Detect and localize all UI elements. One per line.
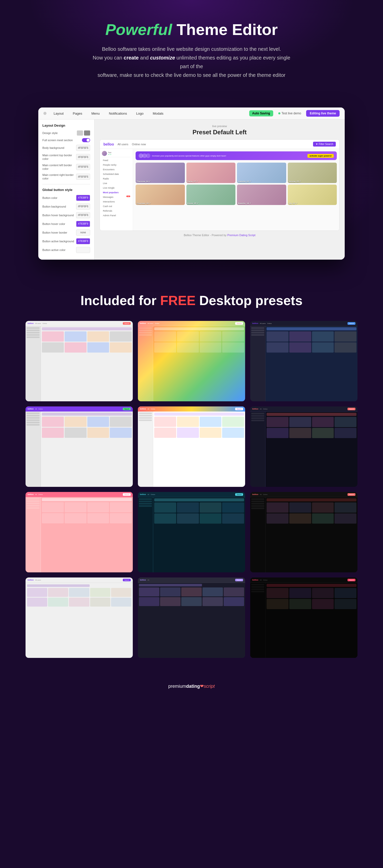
- app-card-7[interactable]: Babette, 18 ✓: [237, 185, 286, 205]
- sidebar-live[interactable]: Live: [102, 181, 131, 185]
- tab-modals[interactable]: Modals: [151, 111, 166, 116]
- app-card-1[interactable]: Theresia, 24 ✓: [136, 163, 185, 183]
- btn-active-color-swatch[interactable]: [76, 247, 90, 253]
- preset-card-1[interactable]: belloo All usersOnline Search: [26, 321, 133, 401]
- app-topbar: belloo All users Online now ▼ Filter Sea…: [100, 140, 339, 149]
- preset-card-2[interactable]: belloo All usersOnline Search: [138, 321, 245, 401]
- preview-label: live preview: [99, 125, 340, 128]
- btn-color-row: Button color #7838F9: [42, 195, 90, 201]
- preset-card-3[interactable]: belloo All usersOnline Search: [250, 321, 357, 401]
- preset-card-9[interactable]: belloo AllOnline Search: [250, 492, 357, 572]
- sidebar-radio[interactable]: Radio: [102, 177, 131, 181]
- preset-card-8[interactable]: belloo AllOnline Search: [138, 492, 245, 572]
- body-bg-swatch[interactable]: #F6F6F6: [76, 145, 90, 151]
- premium-dating-link[interactable]: Premium Dating Script: [227, 234, 255, 237]
- presets-section: Included for FREE Desktop presets belloo…: [0, 272, 383, 673]
- test-live-button[interactable]: Test live demo: [278, 112, 301, 115]
- btn-active-bg-label: Button active background: [42, 240, 76, 243]
- btn-active-bg-swatch[interactable]: #7838F9: [76, 238, 90, 244]
- promo-banner: Increase your popularity and access spec…: [136, 151, 337, 160]
- hero-title-italic: Powerful: [105, 21, 172, 38]
- design-style-option2[interactable]: [84, 130, 90, 135]
- tab-logo[interactable]: Logo: [134, 111, 146, 116]
- design-style-row: Design style: [42, 130, 90, 135]
- app-card-4[interactable]: Verena, 25 ✓: [288, 163, 337, 183]
- tab-pages[interactable]: Pages: [71, 111, 84, 116]
- app-nav-all[interactable]: All users: [117, 143, 128, 146]
- sidebar-interactions[interactable]: Interactions: [102, 199, 131, 204]
- full-screen-label: Full screen meet section: [42, 138, 82, 142]
- auto-saving-button[interactable]: Auto Saving: [249, 110, 273, 116]
- app-logo: belloo: [104, 142, 114, 146]
- user-info: Test● On: [108, 152, 111, 155]
- app-card-2[interactable]: Daria, 27 ✓: [186, 163, 236, 183]
- app-card-8[interactable]: Ida, 22 ✓: [288, 185, 337, 205]
- editor-wrapper: Layout Pages Menu Notifications Logo Mod…: [38, 107, 345, 260]
- sidebar-referrals[interactable]: Referrals: [102, 209, 131, 213]
- btn-active-color-row: Button active color: [42, 247, 90, 253]
- user-profile-row: Test● On: [102, 151, 131, 156]
- app-nav-online[interactable]: Online now: [132, 143, 146, 146]
- editor-section: Layout Pages Menu Notifications Logo Mod…: [0, 95, 383, 272]
- footer: premiumdating❤script: [0, 673, 383, 699]
- main-top-row: Main content top border color #F6F6F6: [42, 153, 90, 161]
- btn-hover-bg-swatch[interactable]: #F6F6F6: [76, 212, 90, 218]
- tab-menu[interactable]: Menu: [89, 111, 102, 116]
- preset-card-5[interactable]: belloo AllOnline Search: [138, 406, 245, 487]
- preset-card-11[interactable]: belloo All Search: [138, 578, 245, 658]
- tab-notifications[interactable]: Notifications: [107, 111, 129, 116]
- hero-title: Powerful Theme Editor: [51, 21, 332, 38]
- full-screen-toggle[interactable]: [82, 138, 90, 142]
- hero-section: Powerful Theme Editor Belloo software ta…: [0, 0, 383, 95]
- sidebar-messages[interactable]: Messages 99: [102, 195, 131, 199]
- body-bg-row: Body background #F6F6F6: [42, 145, 90, 151]
- preview-app: belloo All users Online now ▼ Filter Sea…: [99, 140, 340, 231]
- preset-card-4[interactable]: belloo AllOnline Search: [26, 406, 133, 487]
- preset-inner-1: belloo All usersOnline Search: [26, 321, 133, 401]
- main-right-swatch[interactable]: #F6F6F6: [76, 174, 90, 180]
- app-card-3[interactable]: Isabelle, 22 ✓: [237, 163, 286, 183]
- btn-color-label: Button color: [42, 196, 76, 199]
- btn-color-swatch[interactable]: #7838F9: [76, 195, 90, 201]
- app-filter-button[interactable]: ▼ Filter Search: [313, 142, 336, 147]
- sidebar-most-popular[interactable]: Most populars: [102, 190, 131, 194]
- app-main: Increase your popularity and access spec…: [133, 149, 339, 230]
- preset-card-7[interactable]: belloo AllOnline Search: [26, 492, 133, 572]
- test-dot: [278, 112, 281, 114]
- app-card-6[interactable]: Emmi, 25 ✓: [186, 185, 236, 205]
- sidebar-feed[interactable]: Feed: [102, 158, 131, 162]
- preset-card-6[interactable]: belloo AllOnline Search: [250, 406, 357, 487]
- btn-hover-border-swatch[interactable]: none: [76, 229, 90, 236]
- promo-activate-button[interactable]: activate super powers!: [307, 154, 334, 158]
- sidebar-people[interactable]: People nerby: [102, 163, 131, 167]
- btn-hover-color-row: Button hover color #7838F9: [42, 221, 90, 227]
- preset-card-10[interactable]: belloo All users Search: [26, 578, 133, 658]
- design-style-option1[interactable]: [77, 130, 83, 135]
- btn-active-color-label: Button active color: [42, 248, 76, 252]
- tab-layout[interactable]: Layout: [52, 111, 66, 116]
- full-screen-row: Full screen meet section: [42, 138, 90, 142]
- sidebar-live-mingle[interactable]: Live mingle: [102, 186, 131, 190]
- main-left-swatch[interactable]: #F6F6F6: [76, 164, 90, 170]
- btn-hover-border-row: Button hover border none: [42, 229, 90, 236]
- hero-description: Belloo software takes online live websit…: [89, 45, 294, 80]
- footer-brand: premiumdating❤script: [168, 684, 215, 689]
- editing-live-button[interactable]: Editing live theme: [306, 110, 340, 117]
- preview-title: Preset Default Left: [99, 129, 340, 136]
- sidebar-date[interactable]: Scheduled date: [102, 172, 131, 176]
- sidebar-encounters[interactable]: Encounters: [102, 167, 131, 172]
- promo-text: Increase your popularity and access spec…: [152, 155, 226, 157]
- topbar-nav: Layout Pages Menu Notifications Logo Mod…: [52, 111, 244, 116]
- app-card-5[interactable]: Chantale, 20 ✓: [136, 185, 185, 205]
- main-top-swatch[interactable]: #F6F6F6: [76, 154, 90, 160]
- preset-card-12[interactable]: belloo AllOnline Search: [250, 578, 357, 658]
- main-right-row: Main content right border color #F6F6F6: [42, 173, 90, 181]
- sidebar-admin[interactable]: Admin Panel: [102, 213, 131, 218]
- divider: [42, 184, 90, 184]
- btn-bg-swatch[interactable]: #F6F6F6: [76, 204, 90, 210]
- btn-hover-color-swatch[interactable]: #7838F9: [76, 221, 90, 227]
- btn-hover-color-label: Button hover color: [42, 222, 76, 226]
- btn-hover-border-label: Button hover border: [42, 231, 76, 235]
- body-bg-label: Body background: [42, 146, 76, 150]
- sidebar-cashout[interactable]: Cash out: [102, 204, 131, 208]
